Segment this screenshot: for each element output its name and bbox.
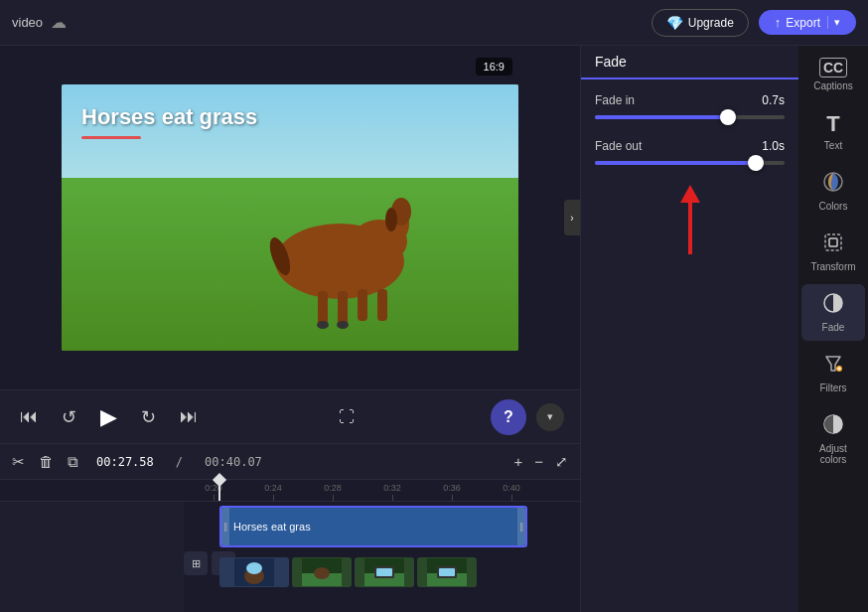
time-current: 00:27.58 [96, 455, 154, 469]
fade-in-thumb[interactable] [720, 109, 736, 125]
timeline-tools-right: + − ⤢ [511, 451, 570, 473]
transform-label: Transform [810, 261, 855, 272]
horse-image [230, 152, 429, 331]
content-row: 16:9 [0, 46, 868, 612]
time-separator: / [176, 455, 183, 469]
track-content: ‖ Horses eat gras ‖ ⊞ ♪ [184, 502, 580, 612]
gem-icon: 💎 [666, 15, 683, 31]
sidebar-item-colors[interactable]: Colors [801, 163, 865, 220]
b-segment-3[interactable] [355, 557, 414, 587]
project-label: video [12, 15, 43, 30]
text-label: Text [824, 140, 842, 151]
video-title-underline [81, 136, 141, 139]
aspect-ratio-badge[interactable]: 16:9 [476, 58, 512, 76]
collapse-panel-button[interactable]: › [564, 200, 580, 235]
delete-button[interactable]: 🗑 [37, 451, 56, 472]
b-track [219, 557, 527, 587]
collapse-down-button[interactable]: ▾ [536, 403, 564, 431]
fade-in-header: Fade in 0.7s [595, 93, 785, 107]
track-handle-left[interactable]: ‖ [221, 508, 229, 545]
text-icon: T [826, 111, 839, 137]
skip-back-button[interactable]: ⏮ [16, 402, 42, 431]
svg-rect-5 [338, 291, 348, 326]
b-segment-1-content [219, 557, 289, 587]
video-preview: Horses eat grass [62, 84, 518, 351]
colors-icon [822, 171, 844, 198]
svg-point-17 [314, 567, 330, 579]
play-button[interactable]: ▶ [96, 400, 121, 434]
fade-icon [822, 292, 844, 319]
svg-rect-29 [825, 234, 841, 250]
track-image-icon-button[interactable]: ⊞ [184, 551, 208, 575]
zoom-out-button[interactable]: − [532, 451, 545, 473]
captions-label: Captions [813, 80, 852, 91]
sidebar-item-text[interactable]: T Text [801, 103, 865, 159]
fade-in-fill [595, 115, 728, 119]
b-segment-4[interactable] [417, 557, 477, 587]
adjust-colors-icon [822, 413, 844, 440]
export-label: Export [786, 16, 820, 30]
svg-point-8 [385, 208, 397, 231]
sidebar-item-fade[interactable]: Fade [801, 284, 865, 341]
sidebar-icons: CC Captions T Text Colors [798, 46, 868, 612]
duplicate-button[interactable]: ⧉ [66, 451, 80, 473]
video-title-text: Horses eat grass [81, 104, 257, 130]
time-total: 00:40.07 [205, 455, 262, 469]
top-bar: video ☁ 💎 Upgrade ↑ Export ▾ [0, 0, 868, 46]
forward-button[interactable]: ↻ [137, 402, 160, 432]
svg-rect-4 [318, 291, 328, 326]
b-segment-4-content [417, 557, 477, 587]
skip-forward-button[interactable]: ⏭ [176, 402, 202, 431]
upgrade-label: Upgrade [688, 16, 734, 30]
filters-icon [822, 353, 844, 380]
video-wrapper: Horses eat grass [62, 84, 518, 351]
ruler-mark-4: 0:36 [422, 483, 482, 501]
fade-out-value: 1.0s [762, 139, 785, 153]
rewind-button[interactable]: ↺ [58, 402, 80, 432]
sidebar-item-captions[interactable]: CC Captions [801, 50, 865, 99]
timeline-ruler: 0:20 0:24 0:28 0:32 [0, 480, 580, 502]
svg-point-11 [337, 321, 349, 329]
sidebar-item-filters[interactable]: Filters [801, 345, 865, 401]
fade-controls: Fade in 0.7s Fade out 1.0s [581, 79, 798, 612]
sidebar-item-adjust-colors[interactable]: Adjust colors [801, 405, 865, 473]
zoom-in-button[interactable]: + [511, 451, 524, 473]
scissors-button[interactable]: ✂ [10, 451, 27, 473]
svg-rect-6 [358, 289, 367, 321]
b-segment-2[interactable] [292, 557, 352, 587]
fade-in-slider[interactable] [595, 115, 785, 119]
ruler-marks: 0:20 0:24 0:28 0:32 [184, 480, 541, 501]
fade-out-thumb[interactable] [748, 155, 764, 171]
track-label: Horses eat gras [229, 521, 517, 533]
sidebar-item-transform[interactable]: Transform [801, 224, 865, 280]
colors-label: Colors [819, 201, 848, 212]
fade-out-fill [595, 161, 756, 165]
help-button[interactable]: ? [491, 399, 526, 435]
svg-point-10 [317, 321, 329, 329]
fade-out-slider[interactable] [595, 161, 785, 165]
b-segment-2-content [292, 557, 352, 587]
props-side: Fade Fade in 0.7s Fade o [580, 46, 868, 612]
svg-point-14 [246, 562, 262, 574]
red-arrow-annotation [595, 185, 785, 264]
timeline: ✂ 🗑 ⧉ 00:27.58 / 00:40.07 + − ⤢ 0:20 [0, 443, 580, 612]
fit-button[interactable]: ⤢ [553, 451, 570, 473]
video-track[interactable]: ‖ Horses eat gras ‖ [219, 506, 527, 547]
export-button[interactable]: ↑ Export ▾ [759, 10, 856, 35]
fade-tab-label: Fade [595, 54, 627, 70]
upgrade-button[interactable]: 💎 Upgrade [651, 9, 749, 37]
b-segment-1[interactable] [219, 557, 289, 587]
ruler-mark-2: 0:28 [303, 483, 362, 501]
top-bar-left: video ☁ [12, 13, 642, 32]
svg-rect-21 [376, 568, 392, 576]
track-handle-right[interactable]: ‖ [517, 508, 525, 545]
ruler-mark-1: 0:24 [243, 483, 303, 501]
fullscreen-button[interactable]: ⛶ [339, 408, 355, 426]
cloud-icon: ☁ [51, 13, 67, 32]
ruler-mark-5: 0:40 [482, 483, 541, 501]
fade-out-label: Fade out [595, 139, 642, 153]
fade-header: Fade [581, 46, 798, 79]
fade-in-label: Fade in [595, 93, 635, 107]
playhead [218, 480, 220, 501]
playback-controls: ⏮ ↺ ▶ ↻ ⏭ ⛶ ? ▾ [0, 389, 580, 443]
